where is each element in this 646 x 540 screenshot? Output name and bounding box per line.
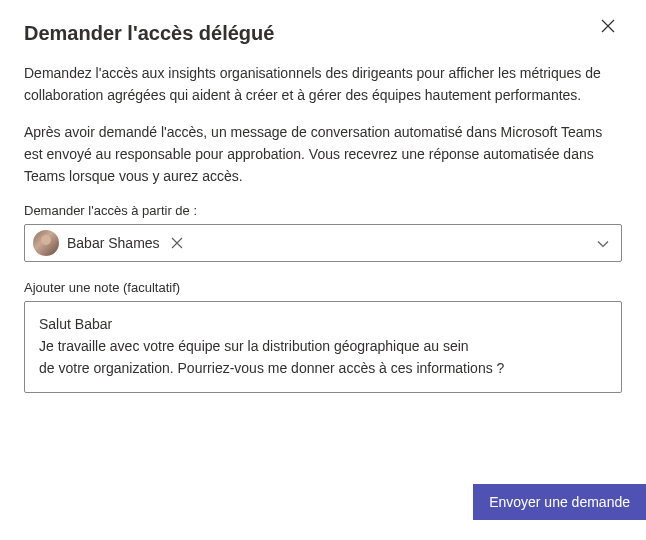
request-delegate-access-dialog: Demander l'accès délégué Demandez l'accè… <box>0 0 646 540</box>
close-icon <box>171 237 183 249</box>
people-picker[interactable]: Babar Shames <box>24 224 622 262</box>
submit-button[interactable]: Envoyer une demande <box>473 484 646 520</box>
avatar <box>33 230 59 256</box>
dialog-footer: Envoyer une demande <box>473 484 646 520</box>
close-icon <box>600 18 616 34</box>
note-line: de votre organization. Pourriez-vous me … <box>39 358 607 380</box>
dialog-description-2: Après avoir demandé l'accès, un message … <box>24 122 622 187</box>
remove-person-button[interactable] <box>168 234 186 252</box>
person-chip: Babar Shames <box>33 230 186 256</box>
note-textarea[interactable]: Salut Babar Je travaille avec votre équi… <box>24 301 622 392</box>
close-button[interactable] <box>594 12 622 40</box>
request-from-label: Demander l'accès à partir de : <box>24 203 622 218</box>
people-picker-expand[interactable] <box>593 230 613 256</box>
note-line: Salut Babar <box>39 314 607 336</box>
person-name: Babar Shames <box>67 235 160 251</box>
dialog-description-1: Demandez l'accès aux insights organisati… <box>24 63 622 106</box>
note-line: Je travaille avec votre équipe sur la di… <box>39 336 607 358</box>
note-label: Ajouter une note (facultatif) <box>24 280 622 295</box>
chevron-down-icon <box>597 240 609 248</box>
dialog-title: Demander l'accès délégué <box>24 22 622 45</box>
